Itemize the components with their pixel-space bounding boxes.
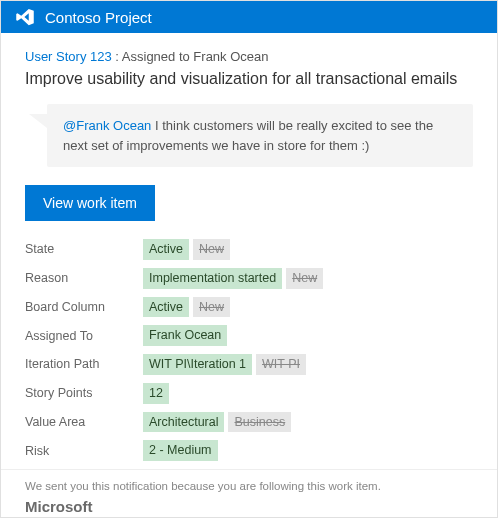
- footer-reason: We sent you this notification because yo…: [25, 480, 473, 492]
- comment-bubble: @Frank Ocean I think customers will be r…: [47, 104, 473, 167]
- current-value-chip: 2 - Medium: [143, 440, 218, 461]
- current-value-chip: Architectural: [143, 412, 224, 433]
- field-label: Board Column: [25, 300, 135, 314]
- breadcrumb-suffix: : Assigned to Frank Ocean: [112, 49, 269, 64]
- microsoft-logo: Microsoft: [25, 498, 473, 515]
- field-value: Implementation startedNew: [143, 268, 473, 289]
- project-name: Contoso Project: [45, 9, 152, 26]
- current-value-chip: Frank Ocean: [143, 325, 227, 346]
- view-work-item-button[interactable]: View work item: [25, 185, 155, 221]
- current-value-chip: WIT PI\Iteration 1: [143, 354, 252, 375]
- field-label: Reason: [25, 271, 135, 285]
- field-value: Frank Ocean: [143, 325, 473, 346]
- field-label: State: [25, 242, 135, 256]
- vs-logo-icon: [15, 7, 35, 27]
- field-label: Story Points: [25, 386, 135, 400]
- previous-value-chip: Business: [228, 412, 291, 433]
- previous-value-chip: WIT PI: [256, 354, 306, 375]
- field-value: ArchitecturalBusiness: [143, 412, 473, 433]
- work-item-title: Improve usability and visualization for …: [25, 70, 473, 88]
- previous-value-chip: New: [193, 239, 230, 260]
- field-value: 2 - Medium: [143, 440, 473, 461]
- footer: We sent you this notification because yo…: [1, 469, 497, 518]
- current-value-chip: Active: [143, 297, 189, 318]
- email-card: Contoso Project User Story 123 : Assigne…: [0, 0, 498, 518]
- breadcrumb: User Story 123 : Assigned to Frank Ocean: [25, 49, 473, 64]
- work-item-link[interactable]: User Story 123: [25, 49, 112, 64]
- current-value-chip: Active: [143, 239, 189, 260]
- field-label: Iteration Path: [25, 357, 135, 371]
- field-value: ActiveNew: [143, 297, 473, 318]
- field-label: Assigned To: [25, 329, 135, 343]
- field-label: Risk: [25, 444, 135, 458]
- mention-link[interactable]: @Frank Ocean: [63, 118, 151, 133]
- previous-value-chip: New: [193, 297, 230, 318]
- current-value-chip: Implementation started: [143, 268, 282, 289]
- field-label: Value Area: [25, 415, 135, 429]
- field-value: WIT PI\Iteration 1WIT PI: [143, 354, 473, 375]
- field-value: 12: [143, 383, 473, 404]
- header-bar: Contoso Project: [1, 1, 497, 33]
- fields-grid: StateActiveNewReasonImplementation start…: [25, 239, 473, 461]
- current-value-chip: 12: [143, 383, 169, 404]
- field-value: ActiveNew: [143, 239, 473, 260]
- previous-value-chip: New: [286, 268, 323, 289]
- email-body: User Story 123 : Assigned to Frank Ocean…: [1, 33, 497, 469]
